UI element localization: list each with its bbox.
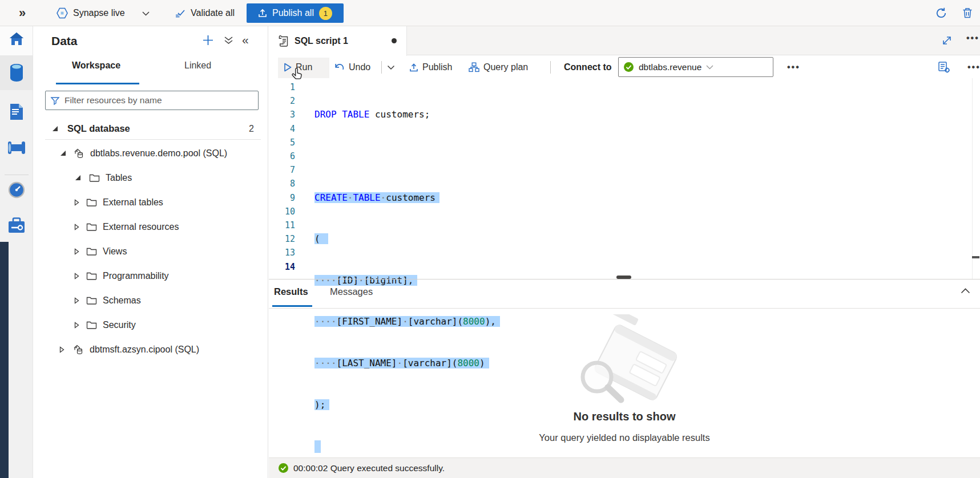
tab-messages[interactable]: Messages — [330, 286, 373, 297]
success-check-icon — [278, 463, 289, 473]
unsaved-changes-dot — [392, 38, 397, 43]
query-plan-button[interactable]: Query plan — [469, 56, 528, 79]
filter-input[interactable] — [64, 95, 253, 106]
tree-row-external-resources[interactable]: External resources — [33, 214, 268, 239]
overview-ruler[interactable] — [972, 78, 980, 279]
expand-closed-icon[interactable] — [74, 273, 79, 279]
refresh-button[interactable] — [935, 0, 947, 26]
code-line: ( — [314, 232, 923, 246]
nav-integrate[interactable] — [0, 140, 33, 155]
tree-label: Tables — [106, 173, 132, 183]
folder-icon — [86, 222, 97, 231]
left-edge-strip — [0, 242, 9, 478]
splitter-drag-handle[interactable] — [616, 276, 631, 279]
expand-open-icon[interactable] — [75, 175, 80, 180]
tree-row-sql-database[interactable]: SQL database 2 — [33, 116, 268, 141]
pipeline-icon — [7, 140, 26, 155]
tree-row-tables[interactable]: Tables — [33, 165, 268, 190]
mode-selector[interactable]: Synapse live — [56, 0, 150, 26]
empty-state-subtitle: Your query yielded no displayable result… — [269, 432, 980, 443]
chevron-down-icon — [142, 11, 150, 16]
run-button[interactable]: Run — [284, 56, 312, 79]
tree-count-badge: 2 — [249, 124, 254, 134]
sql-script-icon — [278, 35, 289, 47]
expand-editor-button[interactable] — [941, 35, 953, 46]
collapse-results-button[interactable] — [961, 288, 970, 294]
gauge-icon — [8, 181, 25, 199]
query-plan-label: Query plan — [483, 62, 528, 72]
tree-label: SQL database — [67, 123, 130, 134]
nav-manage[interactable] — [0, 217, 33, 234]
main-work-area: ••• SQL script 1 Run Undo — [269, 26, 980, 478]
tree-row-external-tables[interactable]: External tables — [33, 190, 268, 214]
results-splitter[interactable] — [269, 279, 980, 279]
rail-divider — [5, 175, 29, 175]
publish-upload-icon — [258, 9, 267, 18]
expand-open-icon[interactable] — [53, 126, 58, 131]
undo-label: Undo — [349, 62, 370, 72]
toolbox-icon — [7, 217, 26, 234]
validate-all-button[interactable]: Validate all — [175, 0, 235, 26]
select-chevron-icon — [706, 65, 769, 70]
expand-menu-button[interactable]: » — [19, 0, 26, 26]
script-properties-button[interactable] — [938, 61, 951, 74]
publish-label: Publish — [422, 62, 452, 72]
document-icon — [9, 103, 25, 121]
nav-monitor[interactable] — [0, 181, 33, 199]
publish-all-button[interactable]: Publish all 1 — [247, 3, 344, 23]
database-icon — [8, 63, 25, 83]
results-header-separator — [269, 308, 980, 309]
publish-button[interactable]: Publish — [409, 56, 452, 79]
tree-label: Programmability — [103, 271, 169, 281]
tree-row-schemas[interactable]: Schemas — [33, 288, 268, 313]
tree-label: Schemas — [103, 295, 141, 306]
code-editor[interactable]: 12 34 56 78 910 1112 1314 DROP TABLE cus… — [269, 78, 980, 279]
folder-icon — [86, 296, 97, 305]
query-status-bar: 00:00:02 Query executed successfully. — [269, 457, 980, 478]
expand-open-icon[interactable] — [61, 151, 66, 156]
expand-closed-icon[interactable] — [74, 297, 79, 304]
no-results-illustration — [562, 314, 687, 408]
toolbar-separator — [550, 61, 551, 74]
expand-closed-icon[interactable] — [59, 346, 64, 353]
collapse-all-icon[interactable] — [224, 36, 233, 45]
toolbar-overflow-button[interactable]: ••• — [967, 62, 980, 72]
toolbar-more-button[interactable]: ••• — [787, 62, 800, 72]
tab-linked[interactable]: Linked — [184, 60, 211, 71]
expand-closed-icon[interactable] — [74, 199, 79, 206]
code-line — [314, 149, 923, 163]
publish-count-badge: 1 — [319, 7, 332, 20]
undo-button[interactable]: Undo — [334, 56, 370, 79]
nav-develop[interactable] — [0, 103, 33, 121]
tab-more-button[interactable]: ••• — [966, 33, 979, 43]
tab-sql-script-1[interactable]: SQL script 1 — [269, 26, 407, 56]
tree-label: dbtmsft.azsyn.cipool (SQL) — [90, 345, 199, 355]
nav-data[interactable] — [0, 63, 33, 83]
nav-home[interactable] — [0, 31, 33, 47]
collapse-panel-button[interactable]: « — [242, 33, 249, 47]
tree-row-programmability[interactable]: Programmability — [33, 264, 268, 288]
tree-separator — [45, 139, 261, 140]
tree-row-security[interactable]: Security — [33, 313, 268, 337]
run-label: Run — [296, 62, 312, 72]
tree-row-views[interactable]: Views — [33, 239, 268, 264]
tree-row-pool-1[interactable]: dbtlabs.revenue.demo.pool (SQL) — [33, 141, 268, 165]
discard-all-button[interactable] — [961, 0, 974, 26]
play-icon — [284, 63, 292, 72]
run-options-chevron[interactable] — [387, 56, 395, 79]
overview-ruler-cursor-marker — [972, 256, 979, 258]
add-resource-button[interactable] — [202, 34, 214, 46]
top-command-bar: » Synapse live Validate all Publish all … — [0, 0, 980, 26]
tree-row-pool-2[interactable]: dbtmsft.azsyn.cipool (SQL) — [33, 337, 268, 362]
sql-pool-icon — [73, 148, 85, 159]
expand-closed-icon[interactable] — [74, 322, 79, 329]
connect-pool-select[interactable]: dbtlabs.revenue.demo.pool — [618, 57, 773, 77]
upload-icon — [409, 63, 418, 72]
tab-workspace[interactable]: Workspace — [72, 60, 120, 71]
expand-closed-icon[interactable] — [74, 224, 79, 230]
expand-closed-icon[interactable] — [74, 248, 79, 255]
tab-results[interactable]: Results — [274, 286, 308, 297]
code-line: DROP TABLE customers; — [314, 108, 923, 121]
editor-toolbar: Run Undo Publish Query plan Connect to — [269, 56, 980, 79]
connected-check-icon — [623, 62, 634, 72]
